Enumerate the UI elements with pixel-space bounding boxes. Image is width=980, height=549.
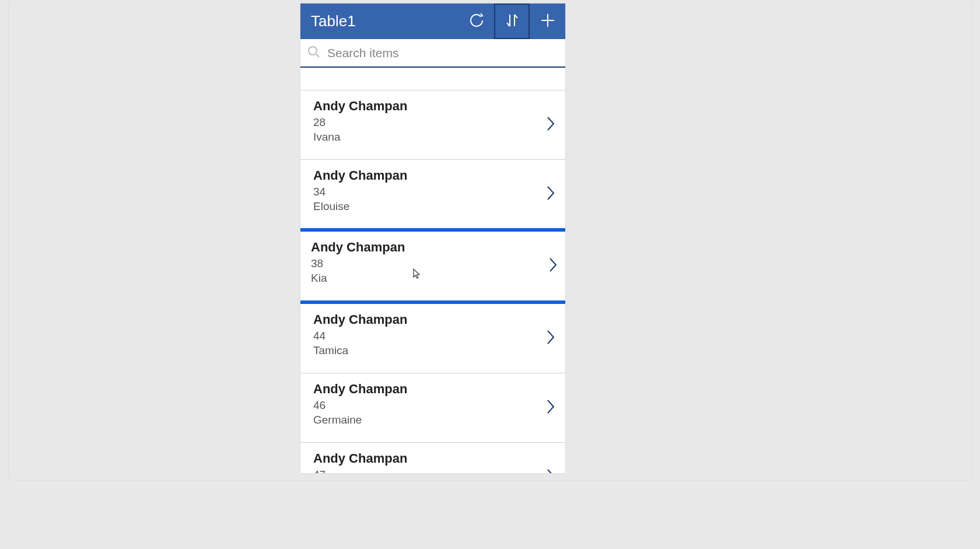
header-title: Table1 [300,12,459,30]
item-subtitle-1: 44 [313,328,536,344]
item-subtitle-1: 28 [313,115,536,130]
search-input[interactable] [327,46,558,60]
sort-button[interactable] [494,4,530,39]
chevron-right-icon [545,184,556,204]
refresh-icon [468,12,485,32]
chevron-right-icon [545,115,556,135]
item-subtitle-1: 38 [311,256,542,271]
plus-icon [540,12,556,31]
item-subtitle-1: 46 [313,398,536,413]
list-item[interactable]: Andy Champan38Kia [300,228,565,304]
search-icon [307,46,320,61]
list-item[interactable]: Andy Champan44Tamica [300,304,565,373]
add-button[interactable] [530,4,565,39]
list-item[interactable]: Andy Champan34Elouise [300,160,565,229]
sort-icon [505,12,520,32]
app-header: Table1 [300,4,565,39]
item-title: Andy Champan [313,167,536,184]
chevron-right-icon [545,398,556,418]
list-item[interactable]: Andy Champan28Ivana [300,90,565,160]
chevron-right-icon [545,467,556,473]
item-list[interactable]: Andy Champan28IvanaAndy Champan34Elouise… [300,90,565,473]
list-item[interactable]: Andy Champan46Germaine [300,373,565,443]
list-header-spacer [300,68,565,90]
svg-point-0 [309,47,317,55]
item-title: Andy Champan [313,450,536,467]
item-subtitle-1: 47 [313,467,536,473]
refresh-button[interactable] [459,4,494,39]
item-subtitle-2: Tamica [313,343,536,358]
item-subtitle-1: 34 [313,184,536,200]
item-subtitle-2: Germaine [313,412,536,428]
item-title: Andy Champan [313,380,536,398]
item-subtitle-2: Elouise [313,199,536,214]
chevron-right-icon [545,328,556,348]
chevron-right-icon [548,256,558,276]
item-title: Andy Champan [311,239,542,256]
search-row [300,39,565,68]
item-title: Andy Champan [313,97,536,115]
app-canvas: Table1 Andy Ch [9,0,971,480]
item-subtitle-2: Ivana [313,130,536,145]
list-item[interactable]: Andy Champan47 [300,443,565,473]
app-preview: Table1 Andy Ch [300,4,565,473]
item-title: Andy Champan [313,311,536,328]
item-subtitle-2: Kia [311,271,542,286]
